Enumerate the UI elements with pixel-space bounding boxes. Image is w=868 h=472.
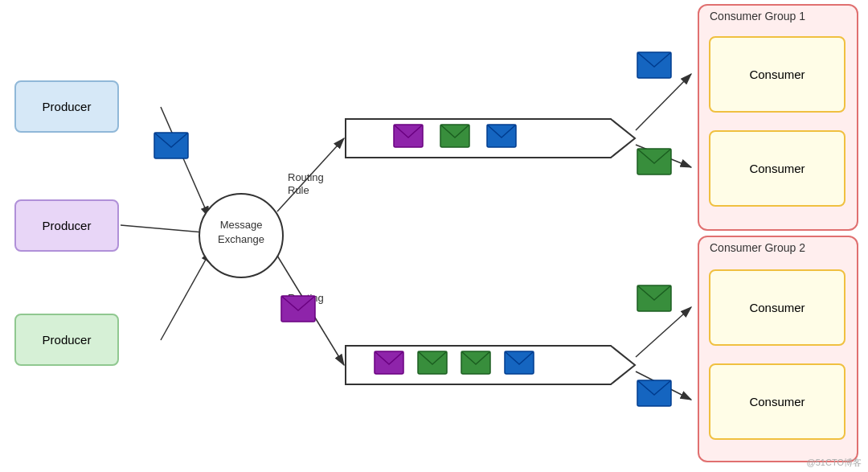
svg-text:Message: Message xyxy=(220,219,263,231)
svg-line-25 xyxy=(636,74,691,130)
svg-line-4 xyxy=(161,251,211,340)
svg-line-29 xyxy=(636,307,691,357)
svg-line-2 xyxy=(161,107,209,217)
diagram-svg: Message Exchange Routing Rule Routing Ru… xyxy=(0,0,868,472)
svg-text:Rule: Rule xyxy=(288,184,309,196)
svg-text:Exchange: Exchange xyxy=(218,233,264,245)
svg-text:Routing: Routing xyxy=(288,171,324,183)
watermark: @51CTO博客 xyxy=(807,457,862,469)
